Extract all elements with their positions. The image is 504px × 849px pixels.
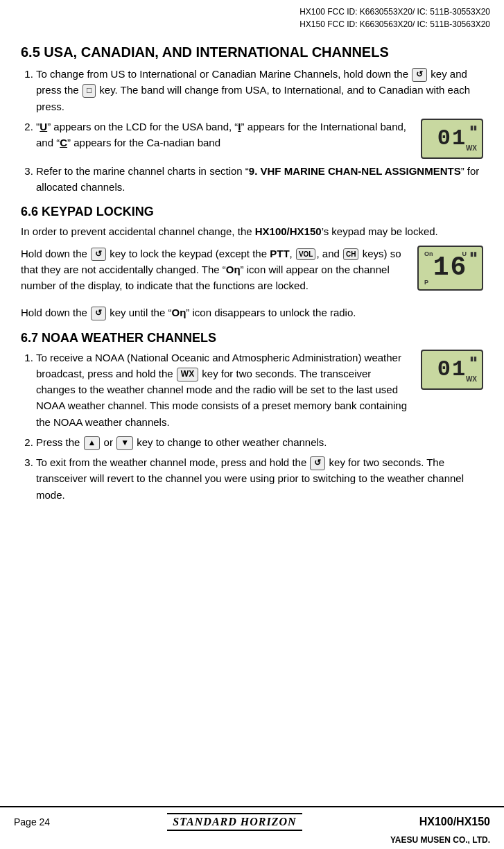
footer-wrapper: Page 24 STANDARD HORIZON HX100/HX150 YAE… xyxy=(0,806,504,849)
item2-text-b: or xyxy=(104,436,113,448)
key-exit: ↺ xyxy=(310,456,325,470)
footer-yaesu: YAESU MUSEN CO., LTD. xyxy=(0,834,504,849)
key-band: □ xyxy=(82,84,96,98)
item2-text: "U” appears on the LCD for the USA band,… xyxy=(36,119,412,151)
fcc-line2: HX150 FCC ID: K6630563X20/ IC: 511B-3056… xyxy=(14,18,490,31)
footer-model: HX100/HX150 xyxy=(419,816,490,828)
section-66-lock-row: Hold down the ↺ key to lock the keypad (… xyxy=(21,246,483,300)
item1-text-c: key. The band will change from USA, to I… xyxy=(36,84,470,112)
item2-text-a: Press the xyxy=(36,436,80,448)
noaa-item1-row: To receive a NOAA (National Oceanic and … xyxy=(36,350,483,430)
footer-page: Page 24 xyxy=(14,816,50,827)
para1-icon: Oη xyxy=(226,264,241,275)
para2-text-a: Hold down the xyxy=(21,307,87,318)
intro-bold: HX100/HX150 xyxy=(255,225,322,237)
section-65-list: To change from US to International or Ca… xyxy=(21,66,483,195)
item3-bold: 9. VHF MARINE CHAN-NEL ASSIGNMENTS xyxy=(249,165,461,177)
unlock-para: Hold down the ↺ key until the “Oη” icon … xyxy=(21,305,483,320)
noaa-item1-text: To receive a NOAA (National Oceanic and … xyxy=(36,350,412,430)
key-down: ▼ xyxy=(116,436,133,450)
section-67-list: To receive a NOAA (National Oceanic and … xyxy=(21,350,483,503)
lcd-display-2: On ▮▮ U 16 P xyxy=(417,246,483,291)
lcd2-p: P xyxy=(424,279,428,286)
page-footer: Page 24 STANDARD HORIZON HX100/HX150 xyxy=(0,806,504,834)
section-67-item3: To exit from the weather channel mode, p… xyxy=(36,454,483,503)
lcd1-digit: 01 xyxy=(437,128,467,150)
para2-text-d: ” icon disappears to unlock the radio. xyxy=(186,307,356,318)
para1-text-e: , and xyxy=(316,248,339,259)
para2-icon: Oη xyxy=(171,307,186,318)
key-lock: ↺ xyxy=(412,68,427,82)
spacer xyxy=(0,660,504,806)
item1-text-a: To change from US to International or Ca… xyxy=(36,68,408,80)
section-65-item1: To change from US to International or Ca… xyxy=(36,66,483,114)
para1-ptt: PTT xyxy=(270,248,289,259)
main-content: 6.5 USA, CANADIAN, AND INTERNATIONAL CHA… xyxy=(0,32,504,660)
para2-text-b: key until the “ xyxy=(110,307,171,318)
item2-text-b: ” appears on the LCD for the USA band, “ xyxy=(47,121,238,132)
noaa-lcd-col: ▮▮ 01 WX xyxy=(421,350,483,390)
section-65: 6.5 USA, CANADIAN, AND INTERNATIONAL CHA… xyxy=(21,44,483,195)
lcd1-wx: WX xyxy=(466,143,477,154)
lcd1-battery: ▮▮ xyxy=(470,123,477,133)
item3-text-a: Refer to the marine channel charts in se… xyxy=(36,165,249,177)
intro2-text: ’s keypad may be locked. xyxy=(322,225,438,237)
section-67-item2: Press the ▲ or ▼ key to change to other … xyxy=(36,434,483,450)
section-66-title: 6.6 KEYPAD LOCKING xyxy=(21,205,483,219)
key-ch: CH xyxy=(343,248,358,260)
fcc-line1: HX100 FCC ID: K6630553X20/ IC: 511B-3055… xyxy=(14,6,490,18)
lcd-display-1: ▮▮ 01 WX xyxy=(421,119,483,159)
para1-text-d: , xyxy=(290,248,295,259)
section-65-item3: Refer to the marine channel charts in se… xyxy=(36,163,483,196)
item3-text-a: To exit from the weather channel mode, p… xyxy=(36,456,306,468)
key-up: ▲ xyxy=(84,436,101,450)
item2-C: C xyxy=(60,137,67,148)
key-vol: VOL xyxy=(296,248,316,260)
section-67-title: 6.7 NOAA WEATHER CHANNELS xyxy=(21,331,483,345)
lcd3-battery: ▮▮ xyxy=(470,354,477,364)
key-lock2: ↺ xyxy=(91,248,106,261)
lock-para1: Hold down the ↺ key to lock the keypad (… xyxy=(21,246,409,294)
key-unlock: ↺ xyxy=(91,307,106,320)
item2-U: U xyxy=(40,121,47,132)
para1-text-a: Hold down the xyxy=(21,248,87,259)
section-66-lock-text: Hold down the ↺ key to lock the keypad (… xyxy=(21,246,409,300)
item2-text-d: ” appears for the Ca-nadian band xyxy=(67,137,220,148)
section-66: 6.6 KEYPAD LOCKING In order to prevent a… xyxy=(21,205,483,320)
lcd2-battery: ▮▮ xyxy=(470,250,477,257)
lcd2-digit: 16 xyxy=(433,255,468,281)
intro-text: In order to prevent accidental channel c… xyxy=(21,225,252,237)
item2-text-c: key to change to other weather channels. xyxy=(137,436,327,448)
lcd3-digit: 01 xyxy=(437,359,467,381)
page-wrapper: HX100 FCC ID: K6630553X20/ IC: 511B-3055… xyxy=(0,0,504,849)
section-65-item2: "U” appears on the LCD for the USA band,… xyxy=(36,119,483,159)
key-wx: WX xyxy=(177,368,198,381)
lcd2-u: U xyxy=(462,250,467,257)
item2-row: "U” appears on the LCD for the USA band,… xyxy=(36,119,483,159)
footer-brand: STANDARD HORIZON xyxy=(167,813,302,831)
section-66-intro: In order to prevent accidental channel c… xyxy=(21,223,483,239)
para1-text-b: key to lock the keypad (except the xyxy=(110,248,267,259)
section-67-item1: To receive a NOAA (National Oceanic and … xyxy=(36,350,483,430)
lcd3-wx: WX xyxy=(466,374,477,385)
section-67: 6.7 NOAA WEATHER CHANNELS To receive a N… xyxy=(21,331,483,503)
fcc-header: HX100 FCC ID: K6630553X20/ IC: 511B-3055… xyxy=(0,0,504,32)
section-65-title: 6.5 USA, CANADIAN, AND INTERNATIONAL CHA… xyxy=(21,44,483,60)
lcd2-on: On xyxy=(424,250,433,257)
lcd-display-3: ▮▮ 01 WX xyxy=(421,350,483,390)
